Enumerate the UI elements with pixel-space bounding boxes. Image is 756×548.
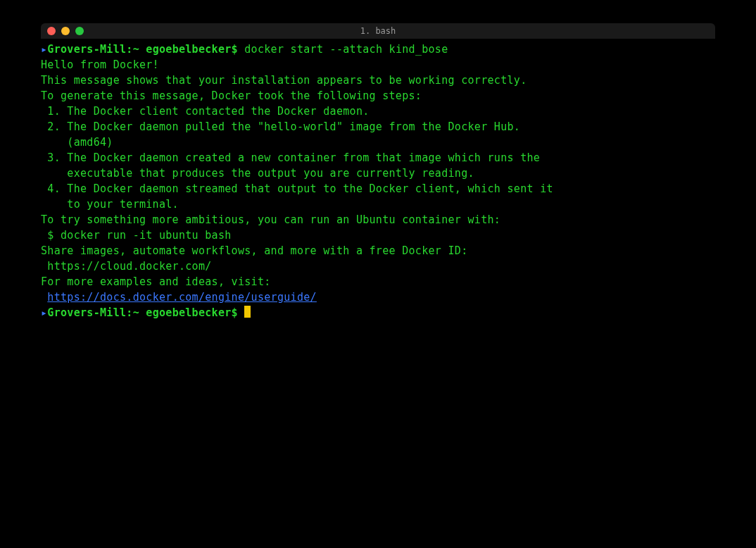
output-line: To generate this message, Docker took th… <box>41 88 715 104</box>
output-line: To try something more ambitious, you can… <box>41 212 715 228</box>
prompt-text: Grovers-Mill:~ egoebelbecker$ <box>47 43 244 56</box>
maximize-icon[interactable] <box>75 27 84 35</box>
prompt-caret-icon: ▸ <box>41 306 47 319</box>
cursor-icon <box>244 306 251 318</box>
output-line: For more examples and ideas, visit: <box>41 274 715 289</box>
terminal-body[interactable]: ▸Grovers-Mill:~ egoebelbecker$ docker st… <box>41 39 715 320</box>
output-line: executable that produces the output you … <box>41 166 715 181</box>
prompt-line-2: ▸Grovers-Mill:~ egoebelbecker$ <box>41 305 715 320</box>
output-line: 4. The Docker daemon streamed that outpu… <box>41 181 715 197</box>
output-line: 1. The Docker client contacted the Docke… <box>41 104 715 119</box>
output-line: 3. The Docker daemon created a new conta… <box>41 150 715 166</box>
output-line: (amd64) <box>41 135 715 150</box>
window-title: 1. bash <box>41 26 715 36</box>
output-line: $ docker run -it ubuntu bash <box>41 228 715 243</box>
output-line: 2. The Docker daemon pulled the "hello-w… <box>41 119 715 135</box>
output-line: This message shows that your installatio… <box>41 73 715 88</box>
output-text <box>41 291 47 304</box>
terminal-window: 1. bash ▸Grovers-Mill:~ egoebelbecker$ d… <box>41 23 715 508</box>
prompt-caret-icon: ▸ <box>41 43 47 56</box>
prompt-line-1: ▸Grovers-Mill:~ egoebelbecker$ docker st… <box>41 42 715 57</box>
traffic-lights <box>41 27 84 35</box>
output-line: to your terminal. <box>41 197 715 212</box>
titlebar: 1. bash <box>41 23 715 39</box>
minimize-icon[interactable] <box>61 27 70 35</box>
output-line: Share images, automate workflows, and mo… <box>41 243 715 259</box>
output-line: https://cloud.docker.com/ <box>41 259 715 274</box>
docs-link[interactable]: https://docs.docker.com/engine/userguide… <box>47 291 317 304</box>
close-icon[interactable] <box>47 27 56 35</box>
command-text: docker start --attach kind_bose <box>244 43 448 56</box>
output-line: Hello from Docker! <box>41 57 715 73</box>
output-line: https://docs.docker.com/engine/userguide… <box>41 289 715 305</box>
prompt-text: Grovers-Mill:~ egoebelbecker$ <box>47 306 244 319</box>
